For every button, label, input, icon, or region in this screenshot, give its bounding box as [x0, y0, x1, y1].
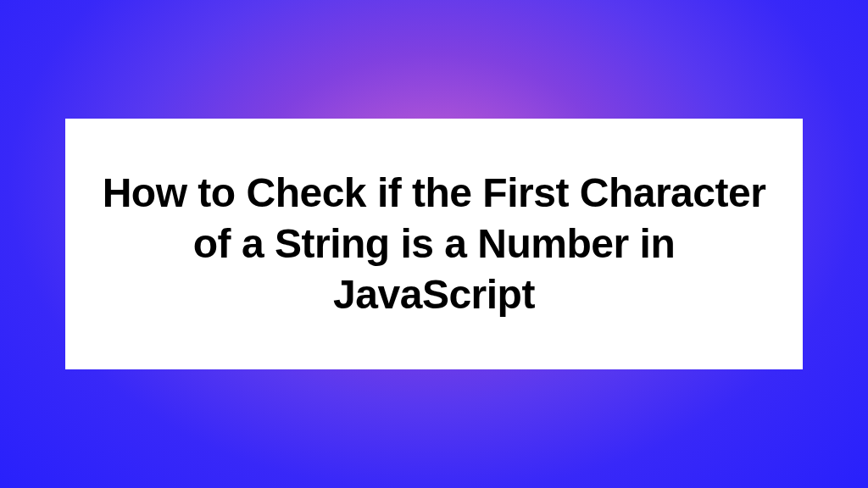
article-title: How to Check if the First Character of a… [99, 168, 769, 320]
title-card: How to Check if the First Character of a… [65, 119, 803, 369]
